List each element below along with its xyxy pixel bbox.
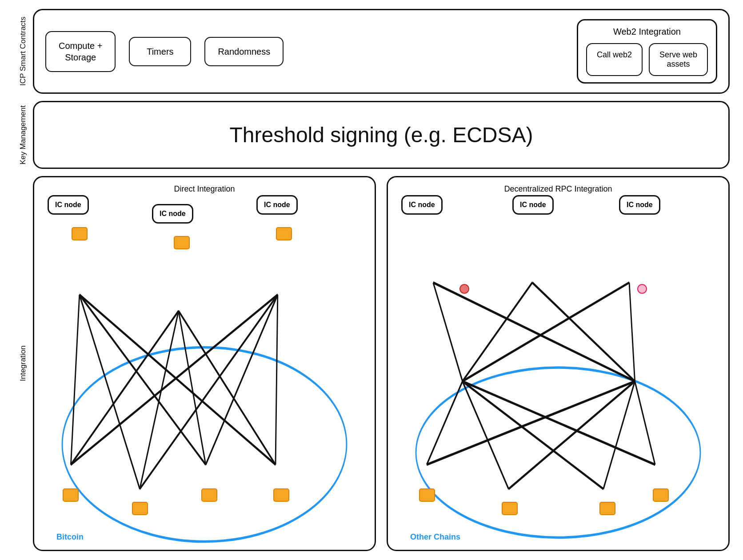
svg-line-10 bbox=[140, 295, 278, 489]
key-management-box: Threshold signing (e.g. ECDSA) bbox=[33, 101, 730, 169]
svg-line-12 bbox=[276, 295, 278, 464]
rpc-chain-node-4 bbox=[653, 488, 669, 502]
decentralized-rpc-panel: Decentralized RPC Integration bbox=[387, 176, 730, 551]
direct-btc-node-2 bbox=[132, 502, 148, 515]
rpc-ic-node-1: IC node bbox=[401, 195, 443, 215]
compute-storage-chip: Compute +Storage bbox=[45, 31, 116, 72]
svg-line-2 bbox=[80, 295, 140, 489]
rpc-connections-svg bbox=[388, 177, 728, 550]
direct-btc-node-3 bbox=[201, 488, 217, 502]
rpc-ic-node-3: IC node bbox=[619, 195, 660, 215]
rpc-red-dot bbox=[459, 284, 469, 294]
rpc-chain-node-1 bbox=[419, 488, 435, 502]
svg-line-25 bbox=[508, 381, 635, 489]
svg-line-1 bbox=[71, 295, 79, 464]
timers-chip: Timers bbox=[129, 37, 191, 66]
bitcoin-label: Bitcoin bbox=[56, 532, 84, 542]
svg-line-27 bbox=[635, 381, 655, 465]
svg-line-4 bbox=[80, 295, 276, 464]
randomness-chip: Randomness bbox=[204, 37, 284, 66]
svg-line-5 bbox=[71, 311, 178, 465]
svg-point-0 bbox=[62, 348, 347, 542]
direct-integration-panel: Direct Integration bbox=[33, 176, 376, 551]
svg-line-26 bbox=[603, 381, 635, 489]
svg-line-18 bbox=[463, 283, 629, 381]
icp-sidebar-label: ICP Smart Contracts bbox=[13, 9, 33, 94]
svg-line-8 bbox=[179, 311, 276, 465]
svg-line-6 bbox=[140, 311, 179, 489]
threshold-signing-title: Threshold signing (e.g. ECDSA) bbox=[230, 123, 533, 147]
direct-ic-node-3: IC node bbox=[256, 195, 298, 215]
direct-ic-node-2: IC node bbox=[152, 204, 193, 224]
rpc-chain-node-3 bbox=[599, 502, 615, 515]
svg-line-24 bbox=[427, 381, 635, 465]
serve-web-assets-chip: Serve webassets bbox=[649, 43, 708, 76]
other-chains-label: Other Chains bbox=[410, 532, 460, 542]
key-sidebar-label: Key Management bbox=[13, 101, 33, 169]
svg-line-22 bbox=[463, 381, 603, 489]
svg-line-14 bbox=[433, 283, 463, 381]
icp-smart-contracts-box: Compute +Storage Timers Randomness Web2 … bbox=[33, 9, 730, 94]
svg-line-20 bbox=[427, 381, 462, 465]
direct-btc-node-4 bbox=[273, 488, 289, 502]
direct-ic-node-1: IC node bbox=[48, 195, 89, 215]
rpc-ic-node-2: IC node bbox=[512, 195, 554, 215]
svg-line-17 bbox=[532, 283, 635, 381]
direct-node2-orange bbox=[174, 236, 190, 249]
decentralized-rpc-title: Decentralized RPC Integration bbox=[397, 184, 719, 194]
rpc-chain-node-2 bbox=[502, 502, 518, 515]
svg-point-13 bbox=[416, 368, 700, 537]
direct-node1-orange bbox=[72, 227, 88, 240]
svg-line-3 bbox=[80, 295, 206, 464]
direct-integration-title: Direct Integration bbox=[43, 184, 366, 194]
direct-btc-node-1 bbox=[63, 488, 79, 502]
svg-line-23 bbox=[463, 381, 655, 465]
svg-line-9 bbox=[71, 295, 277, 464]
call-web2-chip: Call web2 bbox=[586, 43, 643, 76]
direct-node3-orange bbox=[276, 227, 292, 240]
svg-line-16 bbox=[463, 283, 532, 381]
svg-line-21 bbox=[463, 381, 509, 489]
rpc-pink-dot bbox=[637, 284, 647, 294]
svg-line-11 bbox=[206, 295, 278, 464]
svg-line-7 bbox=[179, 311, 206, 465]
svg-line-19 bbox=[629, 283, 635, 381]
svg-line-15 bbox=[433, 283, 635, 381]
web2-title: Web2 Integration bbox=[586, 27, 708, 37]
web2-integration-group: Web2 Integration Call web2 Serve webasse… bbox=[577, 19, 717, 84]
integration-sidebar-label: Integration bbox=[13, 176, 33, 551]
